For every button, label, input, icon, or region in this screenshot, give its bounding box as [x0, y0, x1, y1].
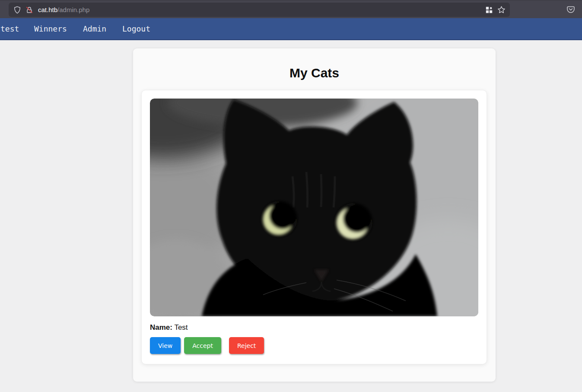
accept-button[interactable]: Accept: [184, 337, 221, 354]
name-label: Name:: [150, 323, 172, 331]
view-button[interactable]: View: [150, 337, 181, 354]
star-icon[interactable]: [497, 6, 506, 14]
reject-button[interactable]: Reject: [229, 337, 264, 354]
shield-icon[interactable]: [13, 6, 22, 14]
grid-arrow-icon[interactable]: [485, 6, 493, 14]
browser-toolbar: cat.htb/admin.php: [0, 0, 582, 18]
url-host: cat.htb: [38, 6, 57, 13]
url-text: cat.htb/admin.php: [38, 6, 485, 13]
nav-item-logout[interactable]: Logout: [122, 18, 150, 39]
nav-item-winners[interactable]: Winners: [34, 18, 67, 39]
site-navbar: test Winners Admin Logout: [0, 18, 582, 40]
action-buttons: View Accept Reject: [150, 337, 478, 354]
url-path: /admin.php: [57, 6, 89, 13]
my-cats-card: My Cats: [133, 48, 496, 382]
cat-submission-card: Name: Test View Accept Reject: [141, 90, 487, 364]
black-cat-photo: [150, 99, 478, 316]
nav-item-test[interactable]: test: [0, 18, 19, 39]
insecure-lock-icon[interactable]: [25, 6, 34, 14]
page-title: My Cats: [133, 66, 496, 80]
cat-name-row: Name: Test: [150, 323, 478, 332]
pocket-icon[interactable]: [566, 5, 576, 14]
url-bar[interactable]: cat.htb/admin.php: [9, 3, 510, 17]
nav-item-admin[interactable]: Admin: [83, 18, 106, 39]
name-value: Test: [174, 323, 188, 331]
